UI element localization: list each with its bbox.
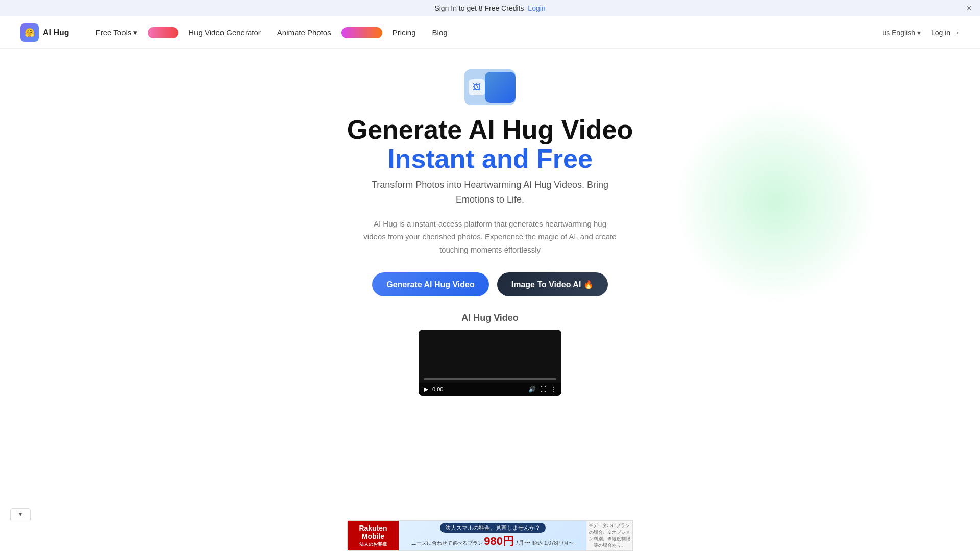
hero-logo-icon: 🖼	[469, 79, 485, 95]
logo-icon: 🤗	[20, 23, 39, 42]
navbar: 🤗 AI Hug Free Tools ▾ Hug Video Generato…	[0, 16, 980, 49]
fullscreen-icon[interactable]: ⛶	[540, 386, 546, 393]
chevron-down-icon: ▾	[917, 29, 921, 37]
video-player[interactable]: ▶ 0:00 🔊 ⛶ ⋮	[419, 330, 561, 396]
video-progress-bar[interactable]	[424, 378, 556, 380]
video-time: 0:00	[432, 386, 443, 392]
hero-logo-graphic: 🖼	[464, 69, 516, 105]
hero-buttons: Generate AI Hug Video Image To Video AI …	[372, 272, 608, 296]
nav-blog[interactable]: Blog	[426, 24, 454, 41]
play-icon[interactable]: ▶	[424, 386, 428, 393]
hero-title: Generate AI Hug Video Instant and Free	[347, 115, 633, 173]
chevron-down-icon: ▾	[133, 28, 137, 37]
generate-hug-button[interactable]: Generate AI Hug Video	[372, 272, 488, 296]
nav-right: us English ▾ Log in →	[878, 27, 960, 39]
hero-description: AI Hug is a instant-access platform that…	[362, 217, 618, 257]
nav-badge-purple	[341, 27, 382, 38]
nav-free-tools[interactable]: Free Tools ▾	[90, 24, 144, 41]
hero-subtitle: Transform Photos into Heartwarming AI Hu…	[368, 178, 612, 207]
more-options-icon[interactable]: ⋮	[550, 386, 556, 393]
logo[interactable]: 🤗 AI Hug	[20, 23, 69, 42]
banner-text: Sign In to get 8 Free Credits	[434, 4, 524, 12]
lang-text: us English	[882, 29, 915, 37]
nav-hug-video[interactable]: Hug Video Generator	[182, 24, 266, 41]
nav-badge-pink	[148, 27, 178, 38]
logo-text: AI Hug	[43, 28, 69, 37]
banner-close-button[interactable]: ×	[966, 3, 972, 14]
login-button[interactable]: Log in →	[931, 29, 960, 37]
nav-animate-photos[interactable]: Animate Photos	[271, 24, 337, 41]
banner-login-link[interactable]: Login	[528, 4, 545, 12]
nav-items: Free Tools ▾ Hug Video Generator Animate…	[90, 24, 878, 41]
video-section: AI Hug Video ▶ 0:00 🔊 ⛶ ⋮	[419, 313, 561, 396]
hero-logo-inner	[485, 72, 516, 103]
video-label: AI Hug Video	[461, 313, 519, 323]
volume-icon[interactable]: 🔊	[528, 386, 536, 393]
image-to-video-button[interactable]: Image To Video AI 🔥	[497, 272, 608, 296]
language-selector[interactable]: us English ▾	[878, 27, 925, 39]
video-controls: ▶ 0:00 🔊 ⛶ ⋮	[419, 383, 561, 396]
top-banner: Sign In to get 8 Free Credits Login ×	[0, 0, 980, 16]
nav-pricing[interactable]: Pricing	[386, 24, 422, 41]
hero-section: 🖼 Generate AI Hug Video Instant and Free…	[0, 49, 980, 406]
